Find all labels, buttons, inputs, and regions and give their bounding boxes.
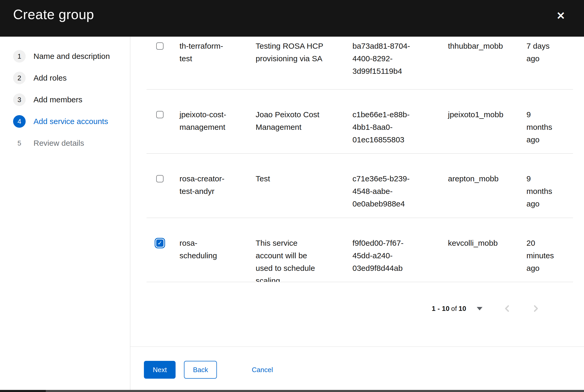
pagination: 1 - 10of10	[147, 292, 573, 326]
step-number-badge: 5	[13, 137, 26, 149]
table-row: jpeixoto-cost-management Joao Peixoto Co…	[147, 89, 573, 154]
back-button[interactable]: Back	[184, 361, 217, 379]
previous-page-button[interactable]	[501, 302, 513, 315]
table-row: th-terraform-test Testing ROSA HCP provi…	[147, 37, 573, 89]
service-account-description: This service account will be used to sch…	[256, 237, 326, 282]
service-account-description: Testing ROSA HCP provisioning via SA	[256, 40, 326, 65]
time-created: 9 months ago	[526, 172, 556, 210]
service-account-name: rosa-scheduling	[179, 237, 231, 262]
client-id: c1be66e1-e88b-4bb1-8aa0-01ec16855803	[352, 108, 414, 146]
service-account-description: Test	[256, 172, 326, 185]
step-number-badge: 4	[13, 115, 26, 128]
wizard-main: th-terraform-test Testing ROSA HCP provi…	[130, 37, 584, 390]
owner: arepton_mobb	[448, 172, 520, 185]
row-checkbox[interactable]	[156, 175, 164, 182]
step-number-badge: 1	[13, 50, 26, 63]
owner: jpeixoto1_mobb	[448, 108, 520, 121]
next-page-button[interactable]	[530, 302, 542, 315]
table-row: rosa-creator-test-andyr Test c71e36e5-b2…	[147, 154, 573, 218]
step-label: Add members	[33, 95, 82, 104]
step-label: Name and description	[33, 52, 110, 61]
close-button[interactable]: ✕	[553, 8, 568, 23]
service-account-name: rosa-creator-test-andyr	[179, 172, 231, 198]
service-account-name: jpeixoto-cost-management	[179, 108, 231, 133]
pagination-total: 10	[458, 305, 466, 312]
client-id: c71e36e5-b239-4548-aabe-0e0abeb988e4	[352, 172, 414, 210]
service-accounts-table: th-terraform-test Testing ROSA HCP provi…	[130, 37, 584, 346]
wizard-nav: 1 Name and description 2 Add roles 3 Add…	[0, 37, 130, 390]
pagination-of-label: of	[451, 305, 457, 312]
chevron-right-icon	[532, 304, 540, 313]
chevron-left-icon	[503, 304, 511, 313]
modal-header: Create group ✕	[0, 0, 584, 37]
modal-title: Create group	[13, 7, 94, 23]
horizontal-scrollbar[interactable]	[0, 390, 584, 392]
modal-body: 1 Name and description 2 Add roles 3 Add…	[0, 37, 584, 390]
per-page-menu-toggle[interactable]	[474, 304, 485, 313]
client-id: f9f0ed00-7f67-45dd-a240-03ed9f8d44ab	[352, 237, 414, 275]
create-group-modal: Create group ✕ 1 Name and description 2 …	[0, 0, 584, 390]
step-number-badge: 2	[13, 72, 26, 84]
service-account-name: th-terraform-test	[179, 40, 231, 65]
wizard-step-name-and-description[interactable]: 1 Name and description	[0, 50, 130, 63]
wizard-step-add-service-accounts[interactable]: 4 Add service accounts	[0, 115, 130, 128]
caret-down-icon	[477, 307, 482, 310]
step-label: Add service accounts	[33, 117, 108, 126]
next-button[interactable]: Next	[144, 361, 176, 379]
row-checkbox[interactable]	[156, 42, 164, 50]
time-created: 20 minutes ago	[526, 237, 556, 275]
check-icon: ✓	[158, 237, 162, 249]
owner: kevcolli_mobb	[448, 237, 520, 249]
table-row: ✓ rosa-scheduling This service account w…	[147, 218, 573, 282]
scrollbar-thumb[interactable]	[0, 390, 46, 392]
time-created: 9 months ago	[526, 108, 556, 146]
client-id: ba73ad81-8704-4400-8292-3d99f15119b4	[352, 40, 414, 77]
step-number-badge: 3	[13, 93, 26, 106]
owner: thhubbar_mobb	[448, 40, 520, 52]
step-label: Add roles	[33, 74, 67, 82]
row-checkbox[interactable]	[156, 111, 164, 118]
wizard-step-add-roles[interactable]: 2 Add roles	[0, 72, 130, 84]
time-created: 7 days ago	[526, 40, 556, 65]
wizard-step-add-members[interactable]: 3 Add members	[0, 93, 130, 106]
pagination-range: 1 - 10	[432, 305, 450, 312]
pagination-summary: 1 - 10of10	[432, 305, 466, 313]
step-label: Review details	[33, 139, 84, 148]
service-account-description: Joao Peixoto Cost Management	[256, 108, 326, 133]
close-icon: ✕	[556, 10, 565, 21]
cancel-button[interactable]: Cancel	[249, 361, 276, 379]
row-checkbox-checked[interactable]: ✓	[156, 239, 164, 247]
wizard-footer: Next Back Cancel	[130, 346, 584, 390]
wizard-step-review-details[interactable]: 5 Review details	[0, 137, 130, 149]
